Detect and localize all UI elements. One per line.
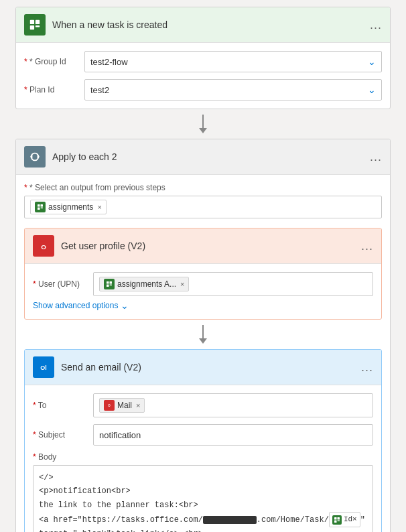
svg-rect-7 [41, 204, 44, 207]
group-id-row: * * Group Id test2-flow ⌄ [24, 51, 382, 72]
mail-token: O Mail × [99, 398, 145, 413]
plan-id-input[interactable]: test2 ⌄ [84, 79, 382, 101]
user-upn-input[interactable]: assignments A... × [93, 272, 373, 296]
svg-rect-0 [30, 20, 34, 24]
get-user-profile-card: O Get user profile (V2) ... * User (UPN) [24, 228, 382, 320]
trigger-title: When a new task is created [52, 19, 370, 30]
planner-id-svg [334, 517, 340, 523]
svg-text:Ol: Ol [40, 364, 47, 371]
apply-each-more-options[interactable]: ... [370, 150, 382, 164]
svg-rect-15 [110, 285, 113, 286]
subject-input[interactable]: notification [93, 424, 373, 446]
group-id-label: * * Group Id [24, 57, 84, 66]
body-line5: target="_blank">task link</a> <br> [39, 527, 367, 532]
to-input[interactable]: O Mail × [93, 393, 373, 417]
svg-rect-3 [36, 25, 40, 27]
body-row: * Body </> <p>notification<br> the link … [33, 452, 373, 532]
svg-rect-14 [107, 285, 109, 287]
trigger-icon [24, 14, 46, 36]
connector-inner [199, 320, 207, 349]
body-input[interactable]: </> <p>notification<br> the link to the … [33, 465, 373, 532]
office-chip-svg: O [106, 402, 113, 409]
get-user-profile-body: * User (UPN) [25, 264, 381, 319]
id-token-close[interactable]: × [352, 513, 357, 526]
planner-chip2-svg [106, 281, 113, 287]
chevron-down-icon: ⌄ [121, 300, 129, 311]
send-email-icon: Ol [33, 356, 54, 378]
apply-each-body: * * Select an output from previous steps… [16, 175, 390, 532]
svg-rect-21 [337, 517, 340, 520]
body-line1: </> [39, 471, 367, 484]
svg-rect-13 [110, 281, 113, 284]
trigger-header: When a new task is created ... [16, 7, 390, 43]
arrow-line-inner [202, 325, 204, 338]
send-email-body: * To O Mai [25, 385, 381, 532]
assignments-a-token-close[interactable]: × [180, 280, 184, 288]
to-label: * To [33, 401, 93, 410]
loop-svg [29, 151, 41, 163]
body-line3: the link to the planner task:<br> [39, 498, 367, 512]
get-user-profile-show-advanced[interactable]: Show advanced options ⌄ [33, 300, 373, 311]
body-line2: <p>notification<br> [39, 484, 367, 498]
arrow-line-1 [202, 115, 204, 128]
select-output-label: * * Select an output from previous steps [24, 183, 382, 192]
assignments-chip-icon [35, 202, 46, 212]
body-label: * Body [33, 452, 373, 462]
assignments-token: assignments × [30, 200, 107, 214]
apply-each-icon [24, 146, 46, 168]
plan-id-dropdown-arrow: ⌄ [368, 84, 376, 95]
outlook-svg: Ol [38, 361, 50, 373]
subject-label: * Subject [33, 430, 93, 440]
svg-rect-1 [36, 20, 40, 24]
svg-rect-12 [107, 281, 109, 284]
body-line4: <a href="https://tasks.office.com/.com/H… [39, 512, 367, 527]
trigger-more-options[interactable]: ... [370, 18, 382, 32]
svg-rect-23 [337, 520, 340, 521]
arrow-head-inner [199, 338, 207, 344]
to-row: * To O Mai [33, 393, 373, 417]
svg-text:O: O [41, 243, 46, 251]
svg-rect-22 [334, 520, 337, 523]
send-email-card: Ol Send an email (V2) ... * To [24, 349, 382, 532]
trigger-card: When a new task is created ... * * Group… [15, 7, 391, 109]
send-email-title: Send an email (V2) [61, 362, 361, 373]
plan-id-row: * Plan Id test2 ⌄ [24, 79, 382, 101]
blurred-url [203, 516, 257, 524]
group-id-dropdown-arrow: ⌄ [368, 56, 376, 67]
planner-svg [29, 19, 41, 31]
mail-token-close[interactable]: × [136, 401, 140, 409]
assignments-a-token: assignments A... × [99, 277, 189, 291]
svg-text:O: O [108, 404, 111, 407]
connector-1 [199, 109, 207, 139]
user-upn-label: * User (UPN) [33, 279, 93, 289]
planner-chip-svg [37, 204, 44, 210]
send-email-header: Ol Send an email (V2) ... [25, 350, 381, 385]
svg-rect-9 [41, 208, 44, 209]
get-user-profile-header: O Get user profile (V2) ... [25, 228, 381, 264]
user-upn-row: * User (UPN) [33, 272, 373, 296]
group-id-input[interactable]: test2-flow ⌄ [84, 51, 382, 72]
id-token: Id× [329, 512, 360, 527]
flow-canvas: When a new task is created ... * * Group… [7, 7, 399, 532]
select-output-field[interactable]: assignments × [24, 196, 382, 218]
office-svg: O [38, 240, 50, 252]
inner-cards-container: O Get user profile (V2) ... * User (UPN) [24, 228, 382, 532]
get-user-profile-more-options[interactable]: ... [361, 239, 373, 253]
assignments-a-chip-icon [104, 279, 115, 289]
apply-each-title: Apply to each 2 [52, 151, 370, 162]
plan-id-label: * Plan Id [24, 85, 84, 94]
mail-chip-icon: O [104, 400, 115, 411]
apply-each-card: Apply to each 2 ... * * Select an output… [15, 139, 391, 532]
send-email-more-options[interactable]: ... [361, 360, 373, 375]
apply-each-header: Apply to each 2 ... [16, 139, 390, 175]
get-user-profile-title: Get user profile (V2) [61, 241, 361, 251]
get-user-profile-icon: O [33, 235, 54, 257]
arrow-head-1 [199, 128, 207, 133]
svg-rect-6 [38, 204, 40, 207]
assignments-token-close[interactable]: × [97, 203, 101, 211]
svg-rect-8 [38, 208, 40, 210]
trigger-body: * * Group Id test2-flow ⌄ * Plan Id test… [16, 43, 390, 109]
id-token-icon [332, 515, 342, 525]
subject-row: * Subject notification [33, 424, 373, 446]
svg-rect-2 [30, 25, 34, 29]
